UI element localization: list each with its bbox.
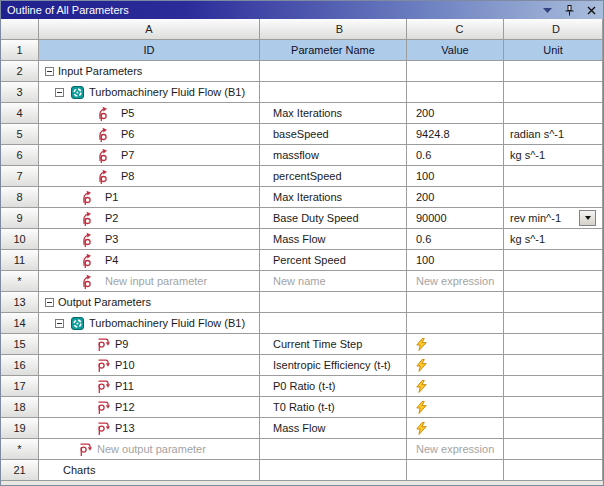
value-cell[interactable]: 100 <box>407 166 504 187</box>
id-cell[interactable]: Input Parameters <box>39 61 260 82</box>
row-number-cell[interactable]: 16 <box>1 355 39 376</box>
value-cell[interactable]: New expression <box>407 271 504 292</box>
unit-cell[interactable] <box>504 397 603 418</box>
id-cell[interactable]: P13 <box>39 418 260 439</box>
unit-cell[interactable] <box>504 250 603 271</box>
corner-cell[interactable] <box>1 19 39 40</box>
value-cell[interactable] <box>407 397 504 418</box>
parameter-name-cell[interactable]: Current Time Step <box>260 334 407 355</box>
id-cell[interactable]: P11 <box>39 376 260 397</box>
panel-titlebar[interactable]: Outline of All Parameters <box>1 1 603 19</box>
header-parameter-name[interactable]: Parameter Name <box>260 40 407 61</box>
value-cell[interactable] <box>407 376 504 397</box>
id-cell[interactable]: P4 <box>39 250 260 271</box>
value-cell[interactable]: New expression <box>407 439 504 460</box>
unit-cell[interactable] <box>504 313 603 334</box>
parameter-name-cell[interactable] <box>260 460 407 481</box>
id-cell[interactable]: Turbomachinery Fluid Flow (B1) <box>39 82 260 103</box>
header-id[interactable]: ID <box>39 40 260 61</box>
row-number-cell[interactable]: 4 <box>1 103 39 124</box>
id-cell[interactable]: P12 <box>39 397 260 418</box>
row-number-cell[interactable]: * <box>1 271 39 292</box>
unit-cell[interactable] <box>504 166 603 187</box>
unit-dropdown-button[interactable] <box>579 210 596 226</box>
value-cell[interactable] <box>407 82 504 103</box>
unit-cell[interactable] <box>504 103 603 124</box>
collapse-toggle-icon[interactable] <box>45 298 54 307</box>
id-cell[interactable]: P1 <box>39 187 260 208</box>
unit-cell[interactable] <box>504 334 603 355</box>
row-number-cell[interactable]: 14 <box>1 313 39 334</box>
value-cell[interactable] <box>407 313 504 334</box>
id-cell[interactable]: New input parameter <box>39 271 260 292</box>
id-cell[interactable]: P7 <box>39 145 260 166</box>
column-header-B[interactable]: B <box>260 19 407 40</box>
parameter-name-cell[interactable]: Base Duty Speed <box>260 208 407 229</box>
row-number-cell[interactable]: 10 <box>1 229 39 250</box>
unit-cell[interactable] <box>504 418 603 439</box>
row-number-cell[interactable]: 9 <box>1 208 39 229</box>
parameter-name-cell[interactable]: Max Iterations <box>260 187 407 208</box>
row-number-cell[interactable]: * <box>1 439 39 460</box>
row-number-cell[interactable]: 2 <box>1 61 39 82</box>
value-cell[interactable] <box>407 355 504 376</box>
row-number-cell[interactable]: 5 <box>1 124 39 145</box>
parameter-name-cell[interactable]: P0 Ratio (t-t) <box>260 376 407 397</box>
unit-cell[interactable]: kg s^-1 <box>504 145 603 166</box>
pin-icon[interactable] <box>562 3 576 17</box>
value-cell[interactable]: 200 <box>407 187 504 208</box>
row-number-cell[interactable]: 8 <box>1 187 39 208</box>
value-cell[interactable]: 100 <box>407 250 504 271</box>
id-cell[interactable]: Output Parameters <box>39 292 260 313</box>
parameter-name-cell[interactable] <box>260 313 407 334</box>
parameter-name-cell[interactable] <box>260 61 407 82</box>
parameter-name-cell[interactable] <box>260 82 407 103</box>
unit-cell[interactable] <box>504 460 603 481</box>
unit-cell[interactable]: radian s^-1 <box>504 124 603 145</box>
unit-cell[interactable] <box>504 82 603 103</box>
unit-cell[interactable] <box>504 376 603 397</box>
unit-cell[interactable]: kg s^-1 <box>504 229 603 250</box>
header-value[interactable]: Value <box>407 40 504 61</box>
parameter-name-cell[interactable]: percentSpeed <box>260 166 407 187</box>
parameter-name-cell[interactable]: Mass Flow <box>260 229 407 250</box>
parameter-name-cell[interactable] <box>260 292 407 313</box>
id-cell[interactable]: Turbomachinery Fluid Flow (B1) <box>39 313 260 334</box>
value-cell[interactable]: 0.6 <box>407 229 504 250</box>
id-cell[interactable]: New output parameter <box>39 439 260 460</box>
value-cell[interactable] <box>407 334 504 355</box>
row-number-cell[interactable]: 13 <box>1 292 39 313</box>
parameter-name-cell[interactable] <box>260 439 407 460</box>
unit-cell[interactable] <box>504 292 603 313</box>
row-number-cell[interactable]: 11 <box>1 250 39 271</box>
row-number-cell[interactable]: 19 <box>1 418 39 439</box>
parameter-name-cell[interactable]: massflow <box>260 145 407 166</box>
value-cell[interactable] <box>407 418 504 439</box>
id-cell[interactable]: P2 <box>39 208 260 229</box>
unit-cell[interactable] <box>504 271 603 292</box>
unit-cell[interactable] <box>504 355 603 376</box>
close-icon[interactable] <box>584 3 598 17</box>
id-cell[interactable]: P3 <box>39 229 260 250</box>
unit-cell[interactable] <box>504 439 603 460</box>
collapse-toggle-icon[interactable] <box>45 67 54 76</box>
value-cell[interactable] <box>407 61 504 82</box>
row-number-cell[interactable]: 17 <box>1 376 39 397</box>
id-cell[interactable]: P10 <box>39 355 260 376</box>
parameter-name-cell[interactable]: T0 Ratio (t-t) <box>260 397 407 418</box>
id-cell[interactable]: P5 <box>39 103 260 124</box>
id-cell[interactable]: Charts <box>39 460 260 481</box>
value-cell[interactable]: 0.6 <box>407 145 504 166</box>
row-number-cell[interactable]: 1 <box>1 40 39 61</box>
unit-cell[interactable] <box>504 187 603 208</box>
id-cell[interactable]: P8 <box>39 166 260 187</box>
value-cell[interactable] <box>407 460 504 481</box>
value-cell[interactable]: 90000 <box>407 208 504 229</box>
column-header-D[interactable]: D <box>504 19 603 40</box>
column-header-C[interactable]: C <box>407 19 504 40</box>
row-number-cell[interactable]: 18 <box>1 397 39 418</box>
row-number-cell[interactable]: 21 <box>1 460 39 481</box>
parameter-name-cell[interactable]: New name <box>260 271 407 292</box>
row-number-cell[interactable]: 6 <box>1 145 39 166</box>
parameter-name-cell[interactable]: Max Iterations <box>260 103 407 124</box>
